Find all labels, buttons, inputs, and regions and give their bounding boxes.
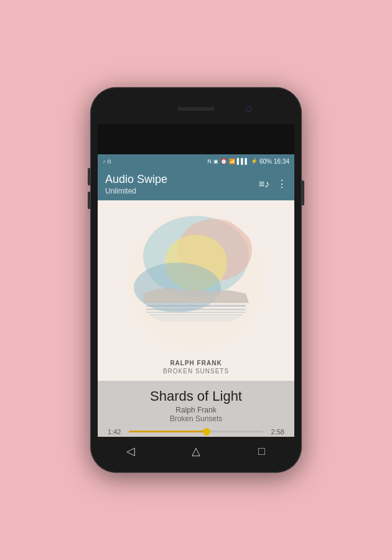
recent-apps-button[interactable]: □ [249,439,274,464]
album-svg [128,213,264,350]
progress-fill [129,431,207,432]
notification-icon: ⊡ [107,159,111,164]
phone-frame: ♪ ⊡ N ▣ ⏰ 📶 ▌▌▌ ⚡ 60% 16:34 Audio Swipe [90,87,302,473]
album-name: BROKEN SUNSETS [163,368,229,375]
album-artist: RALPH FRANK [163,360,229,366]
album-art[interactable] [128,213,264,350]
svg-rect-6 [146,309,246,310]
svg-rect-7 [146,312,246,313]
signal-icon: ▌▌▌ [237,158,249,164]
toolbar-icons: ≡♪ ⋮ [259,178,287,190]
app-bar: Audio Swipe Unlimited ≡♪ ⋮ [98,168,294,200]
front-camera [246,106,252,112]
progress-area: 1:42 2:58 [108,428,284,436]
vol-up-button[interactable] [88,168,90,185]
status-bar: ♪ ⊡ N ▣ ⏰ 📶 ▌▌▌ ⚡ 60% 16:34 [98,154,294,168]
vibrate-icon: ▣ [213,159,218,164]
svg-rect-8 [149,314,243,315]
vol-down-button[interactable] [88,192,90,209]
battery-icon: ⚡ [251,158,258,164]
total-time: 2:58 [267,428,284,436]
svg-rect-11 [159,320,233,322]
album-area: RALPH FRANK BROKEN SUNSETS [98,200,294,381]
svg-rect-9 [152,317,240,318]
player-bottom: Shards of Light Ralph Frank Broken Sunse… [98,381,294,437]
progress-track[interactable] [129,431,263,432]
song-title: Shards of Light [108,388,284,404]
back-button[interactable]: ◁ [118,439,143,464]
app-subtitle: Unlimited [105,187,167,195]
playlist-icon[interactable]: ≡♪ [259,179,269,190]
progress-thumb[interactable] [203,428,210,436]
svg-rect-10 [156,319,236,320]
music-notification-icon: ♪ [103,159,105,164]
app-title-section: Audio Swipe Unlimited [105,173,167,195]
top-bezel [98,95,294,124]
current-time: 1:42 [108,428,125,436]
song-album: Broken Sunsets [108,414,284,423]
clock: 16:34 [274,158,289,165]
app-title: Audio Swipe [105,173,167,187]
song-artist: Ralph Frank [108,406,284,414]
status-right-area: N ▣ ⏰ 📶 ▌▌▌ ⚡ 60% 16:34 [207,158,289,165]
album-text: RALPH FRANK BROKEN SUNSETS [163,360,229,375]
nfc-icon: N [207,158,212,164]
svg-rect-5 [146,305,246,307]
phone-screen: ♪ ⊡ N ▣ ⏰ 📶 ▌▌▌ ⚡ 60% 16:34 Audio Swipe [98,95,294,465]
screen-content: ♪ ⊡ N ▣ ⏰ 📶 ▌▌▌ ⚡ 60% 16:34 Audio Swipe [98,154,294,437]
power-button[interactable] [302,180,304,205]
battery-percent: 60% [259,158,272,165]
status-left-icons: ♪ ⊡ [103,159,111,164]
home-button[interactable]: △ [184,439,208,464]
more-menu-icon[interactable]: ⋮ [277,178,287,190]
wifi-icon: 📶 [229,159,235,164]
speaker [177,107,215,111]
alarm-icon: ⏰ [220,158,227,164]
nav-bar: ◁ △ □ [98,437,294,465]
